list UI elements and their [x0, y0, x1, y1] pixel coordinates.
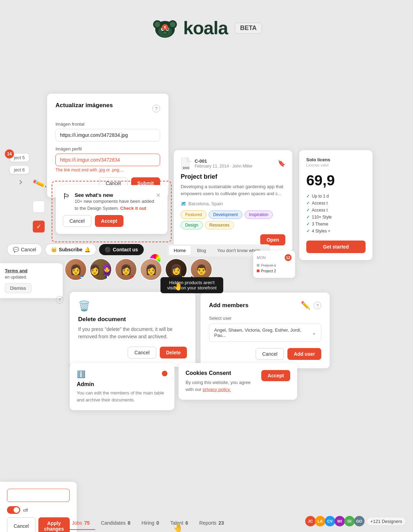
tab-hiring-count: 0	[156, 520, 159, 526]
members-help-icon[interactable]: ?	[314, 302, 321, 309]
dismiss-button[interactable]: Dismiss	[5, 283, 31, 293]
get-started-button[interactable]: Get started	[306, 241, 366, 253]
bookmark-icon[interactable]: 🔖	[278, 160, 285, 167]
admin-card: ℹ️ Admin You can edit the members of the…	[70, 363, 174, 410]
chevron-right-icon[interactable]	[17, 179, 24, 187]
delete-title: Delete document	[78, 316, 187, 323]
tab-jobs-count: 75	[84, 520, 90, 526]
whatsnew-accept-button[interactable]: Accept	[95, 215, 124, 227]
tab-jobs[interactable]: Jobs 75	[66, 517, 95, 530]
whatsnew-desc: 10+ new components have been added to th…	[75, 198, 156, 212]
license-feature-5: ✓3 Theme	[306, 222, 366, 227]
perfil-error: The link must end with .jpg or .png....	[55, 168, 160, 172]
add-user-button[interactable]: Add user	[287, 348, 321, 360]
tab-candidates-label: Candidates	[101, 520, 126, 526]
more-designers-button[interactable]: +121 Designers	[367, 517, 406, 526]
license-feature-3: ✓Access t	[306, 208, 366, 213]
cursor-hand-bottom-icon: 🤚	[173, 524, 183, 532]
chevron-down-icon: ⌄	[312, 330, 316, 335]
apply-cancel-button[interactable]: Cancel	[7, 517, 36, 532]
toggle-label: off	[23, 508, 28, 513]
info-icon: ℹ️	[77, 370, 85, 378]
admin-radio[interactable]	[162, 371, 167, 376]
delete-document-card: 🗑️ Delete document If you press "delete"…	[70, 292, 195, 367]
doc-file-icon: DOC	[181, 157, 192, 170]
license-card: Solo licens License valid 69,9 ✓Up to 1 …	[299, 150, 373, 260]
tab-hiring-label: Hiring	[142, 520, 155, 526]
avatar-1: 👩 🇭🇳	[65, 258, 87, 281]
subscribe-button[interactable]: 👑 Subscribe 🔔	[45, 244, 97, 256]
map-icon: 🗺️	[181, 201, 186, 206]
cookies-accept-button[interactable]: Accept	[261, 370, 290, 381]
terms-title[interactable]: Terms and	[5, 268, 58, 273]
add-members-card: Add members ✏️ ? Select user Angel, Shaw…	[201, 293, 330, 368]
actualizar-title: Actualizar imágenes	[55, 102, 113, 109]
nav-tab-blog[interactable]: Blog	[192, 246, 211, 255]
tag-inspiration[interactable]: Inspiration	[245, 210, 273, 219]
designer-gi: GI	[344, 516, 355, 526]
license-feature-1: ✓Up to 1 d	[306, 194, 366, 199]
checkbox-unchecked[interactable]	[33, 201, 45, 213]
bottom-tabs: Jobs 75 Candidates 8 Hiring 0 Talent 6 R…	[66, 517, 230, 530]
whatsnew-close-icon[interactable]: ✕	[156, 192, 160, 199]
tab-talent-count: 6	[186, 520, 188, 526]
delete-cancel-button[interactable]: Cancel	[128, 347, 156, 359]
members-cancel-button[interactable]: Cancel	[256, 348, 284, 360]
avatar-2: 👩‍🧕 🇫🇷	[90, 258, 112, 281]
actualizar-help-icon[interactable]: ?	[152, 105, 160, 112]
delete-confirm-button[interactable]: Delete	[160, 347, 187, 359]
cursor-hand-icon: 🤚	[173, 282, 183, 291]
project-tags: Featured Development Inspiration Design …	[181, 210, 285, 229]
pencil-edit-icon[interactable]: ✏️	[301, 301, 310, 310]
admin-desc: You can edit the members of the main tab…	[77, 390, 167, 403]
whatsnew-link[interactable]: Check it out	[120, 206, 146, 211]
toggle-switch[interactable]	[7, 506, 20, 514]
whatsnew-card: 🏳 See what's new 10+ new components have…	[56, 185, 167, 234]
calendar-card: MON 12 Project 1 Project 2	[253, 251, 295, 278]
tag-featured[interactable]: Featured	[181, 210, 206, 219]
admin-title: Admin	[77, 381, 167, 387]
flag-france: 🇫🇷	[104, 275, 111, 279]
designer-go: GO	[354, 516, 365, 526]
tab-candidates-count: 8	[128, 520, 130, 526]
tag-resources[interactable]: Resources	[205, 221, 234, 229]
svg-point-11	[163, 31, 167, 34]
avatar-4: 👩	[140, 258, 162, 281]
cookies-privacy-link[interactable]: privacy policy.	[203, 387, 231, 392]
tab-reports[interactable]: Reports 23	[194, 517, 230, 530]
contact-button[interactable]: ⚫ Contact us	[99, 244, 143, 255]
designer-jc: JC	[305, 516, 316, 526]
frontal-input[interactable]	[55, 129, 160, 141]
terms-card: Terms and en updated. Dismiss	[0, 263, 63, 298]
nav-tab-home[interactable]: Home	[169, 246, 191, 255]
checkbox-checked[interactable]: ✓	[33, 221, 45, 232]
apply-input[interactable]	[8, 489, 69, 501]
whatsnew-cancel-button[interactable]: Cancel	[63, 215, 91, 227]
tag-development[interactable]: Development	[209, 210, 242, 219]
circle-icon: ⚫	[105, 247, 111, 252]
user-select[interactable]: Angel, Shawn, Victoria, Greg, Esther, Jo…	[209, 324, 321, 342]
perfil-input[interactable]	[55, 154, 160, 166]
bar-cancel-button[interactable]: 💬 Cancel	[7, 244, 42, 256]
license-feature-4: ✓110+ Style	[306, 215, 366, 220]
project-title: Project brief	[181, 173, 285, 180]
delete-desc: If you press "delete" the document, it w…	[78, 326, 187, 340]
actualizar-card: Actualizar imágenes ? Imágen frontal Imá…	[47, 94, 168, 198]
calendar-badge: 12	[285, 254, 292, 261]
apply-changes-button[interactable]: Apply changes	[38, 517, 70, 532]
apply-changes-card: off Cancel Apply changes	[0, 482, 77, 532]
cal-item-2: Project 2	[257, 269, 292, 273]
license-feature-2: ✓Access t	[306, 201, 366, 206]
pencil-icon[interactable]: ✏️	[32, 176, 47, 191]
tab-candidates[interactable]: Candidates 8	[95, 517, 136, 530]
frontal-label: Imágen frontal	[55, 121, 160, 127]
designer-la: LA	[315, 516, 325, 526]
project-desc: Developing a sustainable urban gardening…	[181, 183, 285, 197]
project-open-button[interactable]: Open	[260, 234, 285, 245]
license-subtitle: License valid	[306, 163, 366, 167]
tab-hiring[interactable]: Hiring 0	[136, 517, 165, 530]
bell-icon: 🔔	[84, 247, 90, 252]
tag-design[interactable]: Design	[181, 221, 203, 229]
help-icon-delete: ?	[56, 296, 63, 304]
logo-text: koala	[183, 17, 228, 38]
